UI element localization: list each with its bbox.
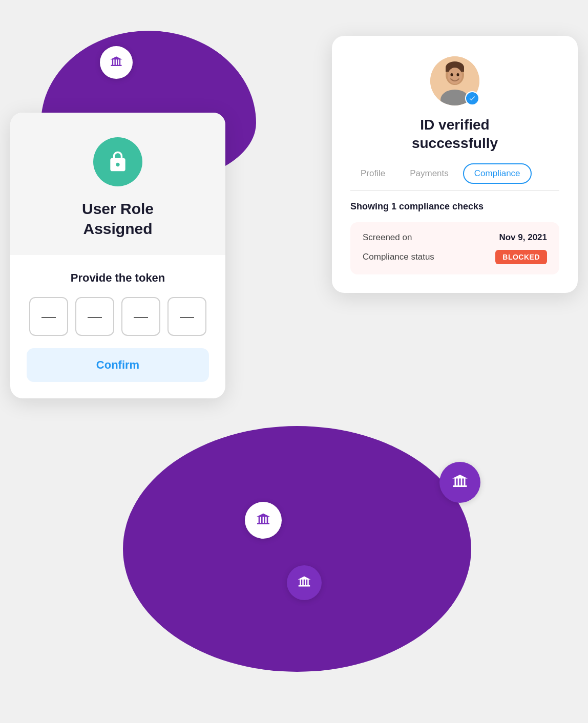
token-section: Provide the token — — — — Confirm <box>10 255 225 398</box>
card-top-section: User RoleAssigned <box>10 113 225 255</box>
lock-icon-circle <box>93 137 142 186</box>
avatar-wrapper <box>430 56 479 105</box>
tabs-row: Profile Payments Compliance <box>350 163 559 191</box>
bank-icon-bottom <box>297 575 312 590</box>
token-input-3[interactable]: — <box>121 297 160 336</box>
token-input-2[interactable]: — <box>75 297 114 336</box>
lock-icon <box>107 151 129 173</box>
tab-compliance[interactable]: Compliance <box>463 163 532 184</box>
check-icon <box>469 95 476 102</box>
tab-payments[interactable]: Payments <box>400 163 459 184</box>
card-user-role: User RoleAssigned Provide the token — — … <box>10 113 225 398</box>
compliance-row-status: Compliance status BLOCKED <box>363 250 547 264</box>
blob-bottom <box>123 426 471 672</box>
screened-label: Screened on <box>363 232 412 243</box>
card-id-verified: ID verifiedsuccessfully Profile Payments… <box>332 36 578 293</box>
verified-badge <box>465 91 479 105</box>
bank-icon <box>109 55 123 70</box>
token-input-4[interactable]: — <box>167 297 206 336</box>
bank-icon-mid-left <box>255 512 271 528</box>
compliance-count-text: Showing 1 compliance checks <box>350 201 559 212</box>
bank-icon-mid-right <box>451 473 469 492</box>
compliance-card: Screened on Nov 9, 2021 Compliance statu… <box>350 222 559 274</box>
scene: User RoleAssigned Provide the token — — … <box>0 0 588 723</box>
float-icon-bottom <box>287 565 322 600</box>
tab-profile[interactable]: Profile <box>350 163 395 184</box>
svg-point-5 <box>448 68 462 84</box>
status-badge: BLOCKED <box>495 250 547 264</box>
verified-title: ID verifiedsuccessfully <box>412 116 498 153</box>
screened-date: Nov 9, 2021 <box>499 232 547 243</box>
status-label: Compliance status <box>363 252 434 262</box>
user-role-title: User RoleAssigned <box>82 199 154 239</box>
float-icon-top <box>100 46 133 79</box>
float-icon-mid-right <box>439 462 480 503</box>
token-label: Provide the token <box>71 271 165 285</box>
token-input-1[interactable]: — <box>29 297 68 336</box>
svg-point-6 <box>451 73 453 76</box>
confirm-button[interactable]: Confirm <box>27 348 209 382</box>
token-inputs-row: — — — — <box>29 297 206 336</box>
compliance-row-screened: Screened on Nov 9, 2021 <box>363 232 547 243</box>
svg-point-7 <box>457 73 459 76</box>
float-icon-mid-left <box>245 502 282 539</box>
